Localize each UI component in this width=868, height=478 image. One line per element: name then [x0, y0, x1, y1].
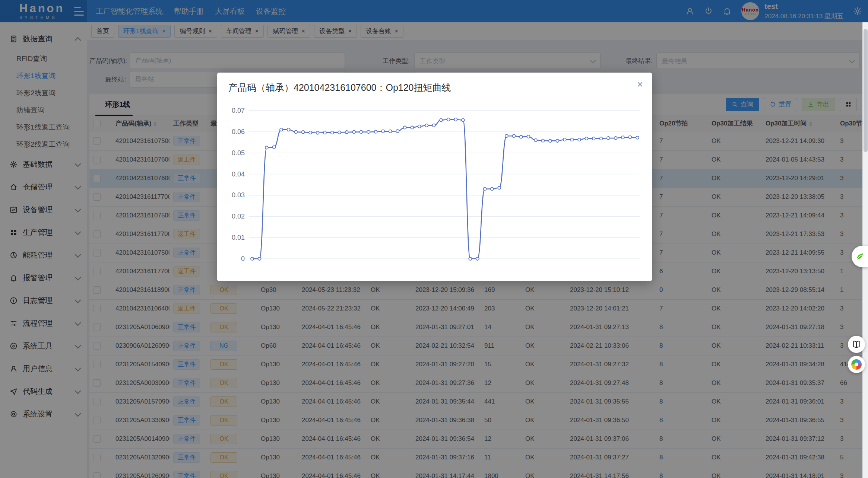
dialog-title: 产品码（轴承）4201042316107600：Op120扭矩曲线: [217, 73, 652, 94]
svg-text:0: 0: [241, 255, 245, 262]
svg-text:0.07: 0.07: [232, 107, 245, 114]
app-window: Hanon SYSTEMS 工厂智能化管理系统帮助手册大屏看板设备监控 Hano…: [0, 0, 868, 478]
color-wheel-icon[interactable]: [848, 356, 865, 373]
svg-text:0.02: 0.02: [232, 213, 245, 220]
svg-text:0.06: 0.06: [232, 128, 245, 136]
manual-book-icon[interactable]: [848, 336, 865, 353]
close-icon[interactable]: ×: [637, 79, 643, 90]
svg-text:0.05: 0.05: [232, 149, 245, 157]
svg-text:0.03: 0.03: [232, 191, 245, 199]
torque-line-chart: 00.010.020.030.040.050.060.07: [226, 105, 643, 269]
scrollbar-thumb[interactable]: [864, 29, 868, 152]
svg-text:0.01: 0.01: [232, 234, 245, 241]
torque-curve-dialog: 产品码（轴承）4201042316107600：Op120扭矩曲线 × 00.0…: [217, 73, 652, 281]
svg-text:0.04: 0.04: [232, 171, 245, 178]
